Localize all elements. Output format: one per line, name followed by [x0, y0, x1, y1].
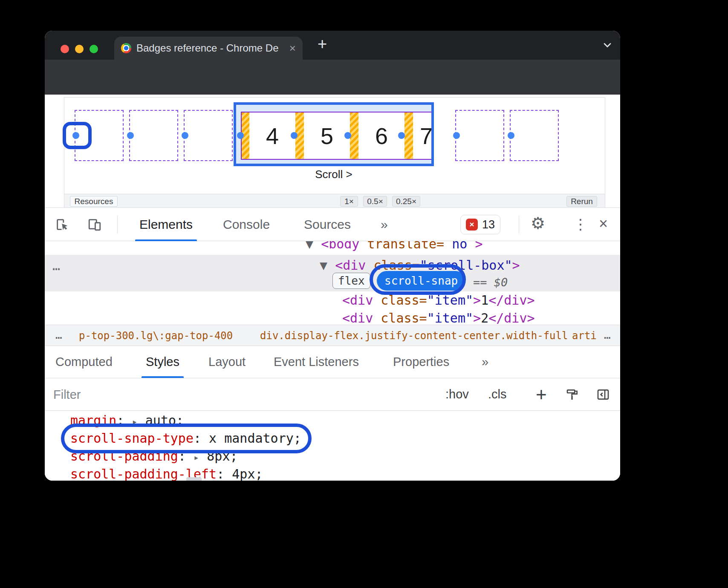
devtools-tab-console[interactable]: Console: [223, 208, 270, 241]
scroll-snap-badge[interactable]: scroll-snap: [377, 271, 465, 291]
tab-event-listeners[interactable]: Event Listeners: [274, 346, 359, 378]
item-node-1[interactable]: <div class="item">1</div>: [342, 291, 535, 309]
devtools-kebab-icon[interactable]: ⋮: [573, 216, 588, 233]
styles-tab-bar: Computed Styles Layout Event Listeners P…: [45, 346, 620, 378]
traffic-light-minimize[interactable]: [75, 45, 84, 53]
styles-pane: margin: ▸ auto; scroll-snap-type: x mand…: [45, 411, 620, 481]
clipped-element: [186, 477, 202, 481]
traffic-light-close[interactable]: [61, 45, 69, 53]
new-style-rule-button[interactable]: +: [536, 378, 547, 410]
tab-styles[interactable]: Styles: [146, 346, 179, 378]
devtools-tab-elements[interactable]: Elements: [139, 208, 193, 241]
styles-filter-bar: :hov .cls +: [45, 378, 620, 411]
browser-window: Badges reference - Chrome De × + ← → ↻ ⓘ…: [45, 31, 620, 481]
snap-point-dot: [398, 132, 405, 139]
paint-roller-icon[interactable]: [566, 388, 579, 403]
filter-input[interactable]: [53, 385, 275, 404]
speed-button-1x[interactable]: 1×: [340, 196, 358, 207]
resources-bar: Resources 1× 0.5× 0.25× Rerun: [64, 194, 605, 208]
devtools-more-tabs-icon[interactable]: »: [381, 208, 388, 241]
error-count: 13: [482, 218, 495, 231]
flex-badge[interactable]: flex: [332, 273, 370, 289]
snap-item: 7: [413, 112, 434, 159]
settings-gear-icon[interactable]: ⚙: [531, 214, 545, 233]
snap-item: 4: [249, 112, 295, 159]
snap-item-placeholder: [184, 110, 233, 161]
snap-point-dot: [72, 132, 79, 139]
chrome-favicon-icon: [121, 43, 131, 53]
tab-title: Badges reference - Chrome De: [136, 42, 284, 54]
toolbar-divider: [519, 216, 519, 233]
tree-ellipsis[interactable]: …: [52, 258, 60, 273]
declaration-scroll-padding[interactable]: scroll-padding: ▸ 8px;: [70, 448, 238, 466]
snap-point-dot: [182, 132, 188, 139]
declaration-scroll-padding-left[interactable]: scroll-padding-left: 4px;: [70, 466, 263, 481]
snap-item-placeholder: [75, 110, 124, 161]
snap-point-dot: [237, 132, 244, 139]
breadcrumb-item[interactable]: arti: [572, 330, 597, 342]
snap-item: 6: [358, 112, 404, 159]
speed-button-05x[interactable]: 0.5×: [363, 196, 387, 207]
nav-bar: ← → ↻ ⓘ localhost:8080/docs/devtools/ele…: [45, 60, 620, 95]
snap-gap-band: [404, 112, 413, 159]
resources-tab[interactable]: Resources: [70, 196, 118, 207]
snap-gap-band: [350, 112, 358, 159]
tab-layout[interactable]: Layout: [208, 346, 246, 378]
devtools-tab-sources[interactable]: Sources: [304, 208, 351, 241]
browser-tab[interactable]: Badges reference - Chrome De ×: [114, 37, 303, 60]
breadcrumb-ellipsis-left[interactable]: …: [55, 329, 62, 341]
devtools-close-icon[interactable]: ×: [599, 215, 608, 233]
tab-computed[interactable]: Computed: [55, 346, 113, 378]
item-node-2[interactable]: <div class="item">2</div>: [342, 309, 535, 325]
breadcrumb-item[interactable]: p-top-300.lg\:gap-top-400: [79, 330, 233, 342]
snap-item: 5: [304, 112, 350, 159]
devtools-toolbar: Elements Console Sources » × 13 ⚙ ⋮ ×: [45, 208, 620, 241]
tab-search-chevron-icon[interactable]: [601, 39, 613, 53]
body-node[interactable]: ▼ <body translate= no >: [306, 241, 482, 253]
snap-point-dot: [127, 132, 134, 139]
snap-point-dot: [508, 132, 514, 139]
tab-close-icon[interactable]: ×: [289, 43, 296, 54]
device-toolbar-icon[interactable]: [87, 217, 102, 233]
snap-point-dot: [291, 132, 298, 139]
snap-items-container: 4 5 6 7: [241, 112, 434, 160]
inspect-element-icon[interactable]: [55, 217, 69, 233]
new-tab-button[interactable]: +: [318, 35, 327, 53]
scroll-hint-label: Scroll >: [234, 168, 434, 181]
snap-item-placeholder: [455, 110, 504, 161]
cls-toggle[interactable]: .cls: [488, 378, 507, 410]
equals-s0-hint: == $0: [473, 274, 508, 291]
snap-point-dot: [344, 132, 351, 139]
breadcrumb-item[interactable]: div.display-flex.justify-content-center.…: [260, 330, 568, 342]
screenshot-canvas: { "colors": { "accent_blue": "#1a73e8", …: [0, 0, 728, 588]
traffic-light-zoom[interactable]: [90, 45, 98, 53]
tab-properties[interactable]: Properties: [393, 346, 449, 378]
styles-more-tabs-icon[interactable]: »: [482, 346, 488, 378]
declaration-margin[interactable]: margin: ▸ auto;: [70, 412, 184, 430]
declaration-scroll-snap-type[interactable]: scroll-snap-type: x mandatory;: [70, 430, 301, 447]
snap-item-placeholder: [129, 110, 178, 161]
breadcrumb-bar: … p-top-300.lg\:gap-top-400 div.display-…: [45, 325, 620, 346]
error-x-icon: ×: [466, 219, 478, 231]
speed-button-025x[interactable]: 0.25×: [392, 196, 420, 207]
snap-item-placeholder: [510, 110, 559, 161]
breadcrumb-ellipsis-right[interactable]: …: [604, 329, 611, 341]
sidebar-toggle-icon[interactable]: [596, 388, 610, 403]
elements-tree: ▼ <body translate= no > … ▼ <div class="…: [45, 241, 620, 325]
tab-strip: Badges reference - Chrome De × +: [45, 31, 620, 60]
rerun-button[interactable]: Rerun: [566, 196, 597, 207]
error-count-badge[interactable]: × 13: [460, 215, 500, 234]
toolbar-divider: [117, 216, 118, 233]
hov-toggle[interactable]: :hov: [445, 378, 469, 410]
snap-point-dot: [453, 132, 460, 139]
